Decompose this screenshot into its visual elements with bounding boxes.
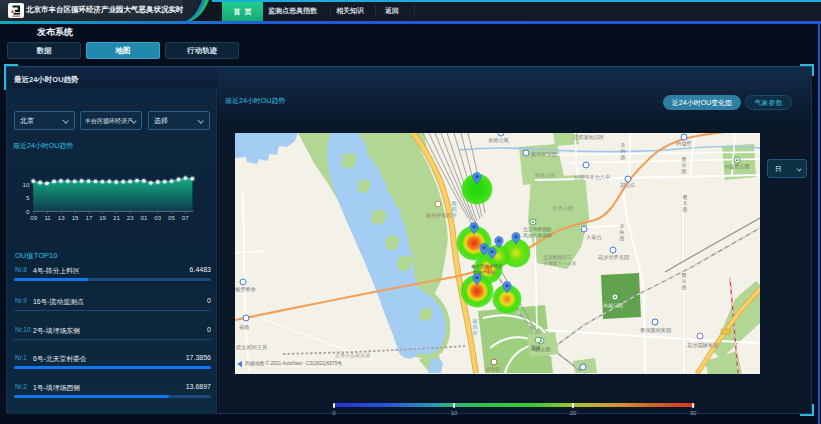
svg-text:17: 17 <box>85 214 92 221</box>
svg-text:香格公寓: 香格公寓 <box>488 137 509 144</box>
svg-text:路: 路 <box>621 153 626 159</box>
svg-text:北京华侨国际: 北京华侨国际 <box>523 226 552 233</box>
svg-text:子弟第十一小学: 子弟第十一小学 <box>543 260 577 267</box>
svg-text:路: 路 <box>683 205 688 211</box>
svg-text:03: 03 <box>154 214 161 221</box>
svg-text:新华双加园: 新华双加园 <box>531 151 557 157</box>
svg-text:路: 路 <box>682 283 687 289</box>
svg-text:23: 23 <box>127 214 134 221</box>
svg-text:高德地图 © 2021 AutoNavi - CS(2021: 高德地图 © 2021 AutoNavi - CS(2021)6375号 <box>245 360 342 367</box>
svg-text:搓文村回王房: 搓文村回王房 <box>236 344 267 351</box>
svg-text:填埋场: 填埋场 <box>484 366 500 373</box>
svg-text:高鑫公园: 高鑫公园 <box>603 302 623 309</box>
svg-text:09: 09 <box>30 214 37 221</box>
svg-text:M: M <box>582 226 586 231</box>
svg-text:北京铁路职工: 北京铁路职工 <box>543 254 572 261</box>
svg-text:郭公庄: 郭公庄 <box>620 182 636 189</box>
svg-text:M: M <box>244 315 248 320</box>
svg-text:白盆窑: 白盆窑 <box>676 140 692 147</box>
svg-text:高尔夫俱乐部: 高尔夫俱乐部 <box>523 232 552 239</box>
svg-text:熹保康闲家园: 熹保康闲家园 <box>640 327 671 334</box>
svg-text:白盆窑公园: 白盆窑公园 <box>725 163 750 170</box>
svg-text:环: 环 <box>452 211 457 217</box>
svg-text:榆堡桥香: 榆堡桥香 <box>235 286 256 293</box>
svg-text:19: 19 <box>99 214 106 221</box>
svg-text:北京市丰台八中: 北京市丰台八中 <box>573 174 610 181</box>
svg-text:总部基地旧区: 总部基地旧区 <box>572 134 604 141</box>
svg-text:10: 10 <box>23 181 30 188</box>
svg-text:紫谷伊甸园: 紫谷伊甸园 <box>426 212 451 219</box>
svg-text:世界公园: 世界公园 <box>552 205 573 212</box>
svg-text:葆甬: 葆甬 <box>239 324 249 330</box>
svg-text:路: 路 <box>682 167 687 173</box>
svg-text:11: 11 <box>44 214 51 221</box>
svg-text:07: 07 <box>182 214 189 221</box>
svg-text:京津小京雄高速: 京津小京雄高速 <box>335 352 370 359</box>
svg-text:大葆台: 大葆台 <box>586 234 602 241</box>
svg-text:13: 13 <box>58 214 65 221</box>
svg-text:01: 01 <box>141 214 148 221</box>
svg-text:丰台区循环经济: 丰台区循环经济 <box>471 263 503 269</box>
svg-text:路: 路 <box>620 234 625 240</box>
svg-text:15: 15 <box>72 214 79 221</box>
svg-text:21: 21 <box>113 214 120 221</box>
svg-text:花乡国际家居: 花乡国际家居 <box>687 342 719 349</box>
svg-text:M: M <box>581 364 585 369</box>
svg-text:05: 05 <box>168 214 175 221</box>
svg-text:花乡世界名园: 花乡世界名园 <box>598 254 629 261</box>
svg-text:5: 5 <box>26 194 30 201</box>
svg-text:御泉公园: 御泉公园 <box>535 172 555 179</box>
svg-text:环: 环 <box>473 329 478 335</box>
